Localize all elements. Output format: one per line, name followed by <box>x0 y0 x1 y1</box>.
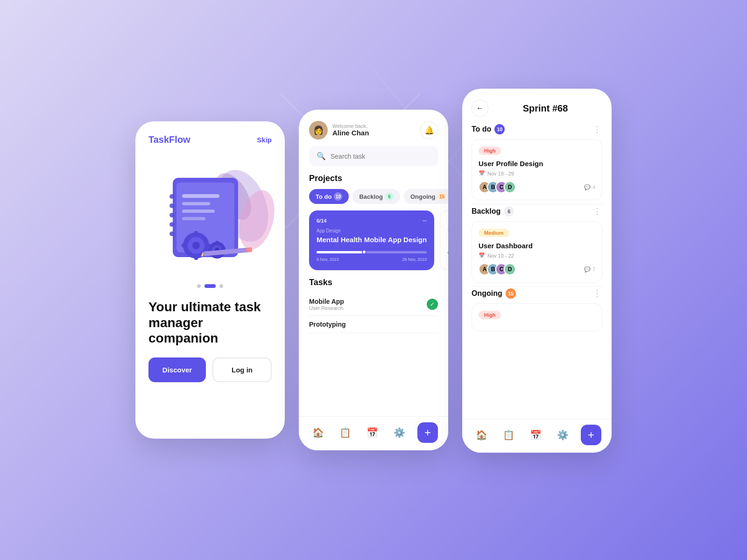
svg-point-14 <box>169 203 174 208</box>
nav-calendar-2[interactable]: 📅 <box>363 424 381 441</box>
onboarding-dots <box>135 284 285 288</box>
backlog-count: 6 <box>385 192 394 201</box>
skip-button[interactable]: Skip <box>257 136 272 144</box>
medium-badge: Medium <box>479 229 509 237</box>
divider-1 <box>472 204 602 204</box>
dot-1 <box>197 284 201 288</box>
onboarding-buttons: Discover Log in <box>135 346 285 382</box>
dashboard-header: 👩 Welcome back, Aline Chan 🔔 <box>299 110 448 146</box>
nav-calendar-3[interactable]: 📅 <box>527 426 544 444</box>
projects-title: Projects <box>299 174 448 189</box>
project-cards: 6/14 ··· App Design Mental Health Mobile… <box>299 210 448 278</box>
todo-comments: 💬4 <box>578 184 595 190</box>
dashboard-screen: 👩 Welcome back, Aline Chan 🔔 🔍 Projects … <box>299 110 448 450</box>
bottom-nav-3: 🏠 📋 📅 ⚙️ + <box>462 419 612 453</box>
svg-point-17 <box>169 231 174 236</box>
todo-card-title: User Profile Design <box>479 160 595 168</box>
search-icon: 🔍 <box>317 152 326 161</box>
task-item-1[interactable]: Mobile App User Research ✓ <box>309 293 438 316</box>
tab-todo[interactable]: To do 10 <box>309 189 349 204</box>
bottom-nav-2: 🏠 📋 📅 ⚙️ + <box>299 416 448 450</box>
sprint-ongoing-card[interactable]: High <box>472 303 602 331</box>
ongoing-count: 15 <box>437 192 446 201</box>
onboarding-illustration <box>135 150 285 280</box>
progress-bar-1 <box>317 251 427 253</box>
nav-list-2[interactable]: 📋 <box>336 424 354 441</box>
dot-3 <box>219 284 223 288</box>
search-bar[interactable]: 🔍 <box>309 146 438 166</box>
todo-menu[interactable]: ⋮ <box>593 124 602 134</box>
svg-point-15 <box>169 213 174 217</box>
project-tabs: To do 10 Backlog 6 Ongoing 15 Done 1 <box>299 189 448 210</box>
todo-section-title: To do 10 <box>472 124 505 134</box>
svg-rect-9 <box>182 194 219 198</box>
sprint-ongoing-section: Ongoing 15 ⋮ High <box>462 288 612 331</box>
nav-plus-3[interactable]: + <box>581 425 601 445</box>
user-avatar: 👩 <box>309 121 328 140</box>
todo-badge: 10 <box>494 124 505 134</box>
screens-container: TaskFlow Skip <box>135 107 612 453</box>
user-info: 👩 Welcome back, Aline Chan <box>309 121 369 140</box>
tab-backlog[interactable]: Backlog 6 <box>352 189 400 204</box>
backlog-section-title: Backlog 6 <box>472 206 514 217</box>
app-logo: TaskFlow <box>148 134 190 145</box>
backlog-badge: 6 <box>504 206 514 217</box>
onboarding-text: Your ultimate task manager companion <box>135 292 285 346</box>
svg-rect-11 <box>182 210 215 213</box>
ongoing-section-title: Ongoing 15 <box>472 288 516 299</box>
onboarding-headline: Your ultimate task manager companion <box>148 299 272 346</box>
nav-home-2[interactable]: 🏠 <box>309 424 327 441</box>
discover-button[interactable]: Discover <box>148 357 206 382</box>
svg-point-16 <box>169 222 174 227</box>
sprint-screen: ← Sprint #68 To do 10 ⋮ High User Profil… <box>462 89 612 453</box>
tasks-section: Tasks Mobile App User Research ✓ Prototy… <box>299 278 448 333</box>
notification-button[interactable]: 🔔 <box>420 121 438 139</box>
todo-avatars: A B C D <box>479 181 512 193</box>
svg-point-13 <box>169 194 174 199</box>
onboarding-header: TaskFlow Skip <box>135 121 285 150</box>
sprint-backlog-card[interactable]: Medium User Dashboard 📅 Nov 10 - 22 A B … <box>472 221 602 282</box>
svg-rect-12 <box>182 217 205 220</box>
svg-point-20 <box>192 242 200 249</box>
logo-accent: Task <box>148 134 169 145</box>
back-button[interactable]: ← <box>472 100 488 117</box>
onboarding-screen: TaskFlow Skip <box>135 121 285 439</box>
task-check-1: ✓ <box>427 299 438 310</box>
sprint-header: ← Sprint #68 <box>462 89 612 124</box>
task-item-2[interactable]: Prototyping <box>309 316 438 333</box>
svg-rect-10 <box>182 202 210 205</box>
backlog-card-title: User Dashboard <box>479 242 595 250</box>
search-input[interactable] <box>331 153 430 160</box>
project-card-1[interactable]: 6/14 ··· App Design Mental Health Mobile… <box>309 210 434 270</box>
login-button[interactable]: Log in <box>212 357 272 382</box>
nav-list-3[interactable]: 📋 <box>500 426 517 444</box>
backlog-card-date: 📅 Nov 10 - 22 <box>479 252 595 259</box>
svg-rect-22 <box>194 254 198 260</box>
backlog-avatars: A B C D <box>479 263 512 275</box>
nav-settings-3[interactable]: ⚙️ <box>554 426 571 444</box>
high-badge: High <box>479 147 501 155</box>
sprint-todo-card[interactable]: High User Profile Design 📅 Nov 18 - 29 A… <box>472 139 602 200</box>
nav-settings-2[interactable]: ⚙️ <box>390 424 408 441</box>
sprint-todo-section: To do 10 ⋮ High User Profile Design 📅 No… <box>462 124 612 200</box>
svg-rect-28 <box>216 241 218 245</box>
svg-rect-34 <box>246 247 252 252</box>
backlog-comments: 💬7 <box>578 266 595 273</box>
svg-rect-21 <box>194 231 198 237</box>
svg-rect-23 <box>182 244 187 247</box>
todo-card-date: 📅 Nov 18 - 29 <box>479 170 595 176</box>
divider-2 <box>472 286 602 287</box>
sprint-title: Sprint #68 <box>488 103 602 114</box>
todo-count: 10 <box>334 192 342 201</box>
tasks-title: Tasks <box>309 278 438 287</box>
welcome-text: Welcome back, Aline Chan <box>332 123 369 137</box>
project-card-2[interactable]: 12/40 Web Design Nifty- NFT W... Design … <box>440 210 448 270</box>
ongoing-menu[interactable]: ⋮ <box>593 288 602 299</box>
dot-2 <box>204 284 216 288</box>
backlog-menu[interactable]: ⋮ <box>593 206 602 217</box>
tab-ongoing[interactable]: Ongoing 15 <box>404 189 448 204</box>
nav-home-3[interactable]: 🏠 <box>472 426 490 444</box>
progress-bar-2 <box>448 252 448 254</box>
nav-plus-2[interactable]: + <box>417 422 438 443</box>
ongoing-high-badge: High <box>479 311 501 319</box>
